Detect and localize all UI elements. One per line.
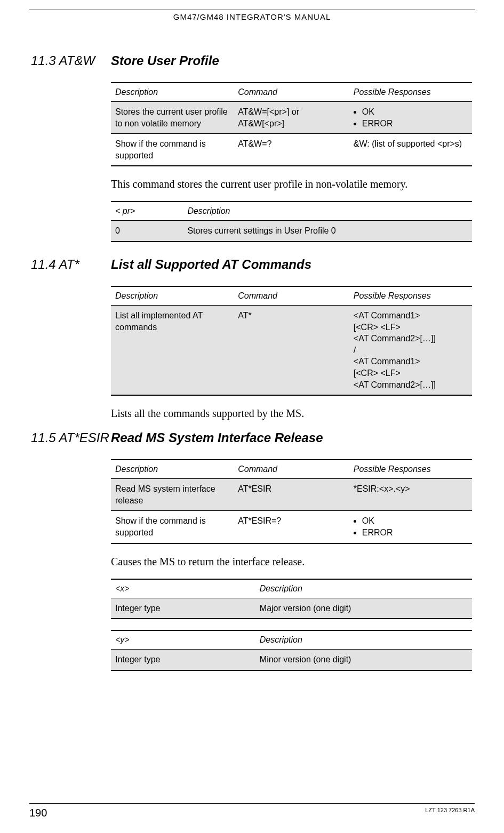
cell-desc: Show if the command is supported [111, 511, 234, 543]
section-title-list-at-commands: List all Supported AT Commands [111, 257, 472, 272]
page-number: 190 [29, 807, 47, 819]
table-atstar-command: Description Command Possible Responses L… [111, 286, 472, 396]
table-atw-param-pr: < pr> Description 0 Stores current setti… [111, 201, 472, 242]
section-title-store-user-profile: Store User Profile [111, 53, 472, 68]
page-header: GM47/GM48 INTEGRATOR'S MANUAL [0, 12, 504, 21]
table-param-x: <x> Description Integer type Major versi… [111, 579, 472, 620]
cell-desc: Read MS system interface release [111, 479, 234, 511]
resp-line: <AT Command2>[…]] [354, 380, 436, 389]
cell-x-desc: Major version (one digit) [255, 598, 472, 619]
th-possible-responses: Possible Responses [349, 460, 472, 479]
th-description: Description [111, 460, 234, 479]
th-y: <y> [111, 630, 255, 650]
table-atw-command: Description Command Possible Responses S… [111, 82, 472, 166]
th-command: Command [234, 460, 349, 479]
cell-y-type: Integer type [111, 650, 255, 670]
cell-resp: <AT Command1> [<CR> <LF> <AT Command2>[…… [349, 305, 472, 395]
th-command: Command [234, 286, 349, 306]
body-text: This command stores the current user pro… [111, 177, 472, 191]
section-number-11-4: 11.4 AT* [31, 257, 79, 272]
cell-cmd: AT&W=? [234, 134, 349, 166]
th-possible-responses: Possible Responses [349, 286, 472, 306]
cell-desc: List all implemented AT commands [111, 305, 234, 395]
cell-resp: OK ERROR [349, 511, 472, 543]
resp-line: [<CR> <LF> [354, 323, 401, 332]
cell-desc: Stores the current user profile to non v… [111, 102, 234, 134]
th-command: Command [234, 83, 349, 102]
cell-resp: &W: (list of supported <pr>s) [349, 134, 472, 166]
cell-cmd: AT*ESIR [234, 479, 349, 511]
document-code: LZT 123 7263 R1A [425, 807, 475, 813]
th-description: Description [255, 579, 472, 598]
table-row: Integer type Major version (one digit) [111, 598, 472, 619]
page-footer: 190 LZT 123 7263 R1A [29, 803, 475, 819]
cell-cmd: AT*ESIR=? [234, 511, 349, 543]
th-description: Description [183, 202, 472, 221]
resp-line: <AT Command1> [354, 311, 420, 320]
table-row: Show if the command is supported AT*ESIR… [111, 511, 472, 543]
cell-desc: Show if the command is supported [111, 134, 234, 166]
cell-resp: *ESIR:<x>.<y> [349, 479, 472, 511]
cell-resp: OK ERROR [349, 102, 472, 134]
body-text: Causes the MS to return the interface re… [111, 555, 472, 569]
table-row: 0 Stores current settings in User Profil… [111, 221, 472, 242]
resp-line: / [354, 346, 356, 355]
table-row: Stores the current user profile to non v… [111, 102, 472, 134]
resp-item: ERROR [362, 527, 468, 539]
table-row: List all implemented AT commands AT* <AT… [111, 305, 472, 395]
cell-cmd: AT* [234, 305, 349, 395]
th-possible-responses: Possible Responses [349, 83, 472, 102]
resp-item: OK [362, 515, 468, 527]
resp-item: ERROR [362, 118, 468, 130]
th-description: Description [111, 83, 234, 102]
section-number-11-3: 11.3 AT&W [31, 53, 95, 68]
resp-item: OK [362, 106, 468, 118]
th-x: <x> [111, 579, 255, 598]
section-number-11-5: 11.5 AT*ESIR [31, 430, 109, 445]
body-text: Lists all the commands supported by the … [111, 406, 472, 421]
th-description: Description [111, 286, 234, 306]
cell-cmd: AT&W=[<pr>] or AT&W[<pr>] [234, 102, 349, 134]
th-pr: < pr> [111, 202, 183, 221]
table-atesir-command: Description Command Possible Responses R… [111, 459, 472, 543]
cell-pr-value: 0 [111, 221, 183, 242]
table-param-y: <y> Description Integer type Minor versi… [111, 630, 472, 671]
resp-line: <AT Command2>[…]] [354, 334, 436, 343]
table-row: Show if the command is supported AT&W=? … [111, 134, 472, 166]
th-description: Description [255, 630, 472, 650]
cell-x-type: Integer type [111, 598, 255, 619]
resp-line: <AT Command1> [354, 357, 420, 366]
resp-line: [<CR> <LF> [354, 369, 401, 378]
cell-pr-desc: Stores current settings in User Profile … [183, 221, 472, 242]
cell-y-desc: Minor version (one digit) [255, 650, 472, 670]
table-row: Integer type Minor version (one digit) [111, 650, 472, 670]
section-title-read-ms-release: Read MS System Interface Release [111, 430, 472, 445]
table-row: Read MS system interface release AT*ESIR… [111, 479, 472, 511]
